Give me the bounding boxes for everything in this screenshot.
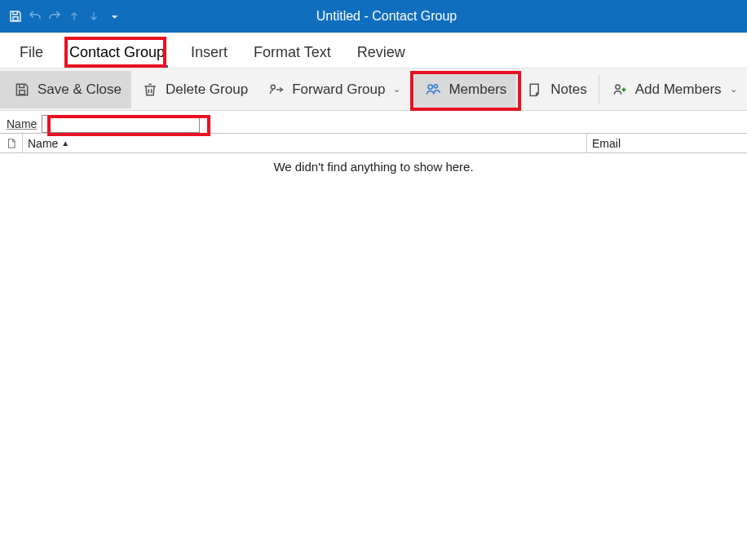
svg-point-2	[271, 85, 275, 89]
name-label: Name	[7, 117, 37, 130]
title-bar: ⏷ Untitled - Contact Group	[0, 0, 747, 33]
button-label: Add Members	[635, 82, 722, 98]
notes-button[interactable]: Notes	[516, 71, 596, 108]
tab-contact-group[interactable]: Contact Group	[58, 36, 176, 68]
svg-point-4	[435, 84, 438, 87]
tab-label: Insert	[191, 44, 228, 60]
header-icon-column[interactable]	[0, 134, 23, 152]
svg-rect-0	[13, 17, 18, 21]
sort-asc-icon: ▲	[61, 139, 69, 148]
add-members-button[interactable]: Add Members ⌄	[601, 71, 747, 108]
add-person-icon	[611, 81, 629, 99]
up-arrow-icon[interactable]	[67, 9, 82, 24]
page-icon	[6, 137, 17, 150]
notes-icon	[526, 81, 544, 99]
forward-icon	[267, 81, 285, 99]
down-arrow-icon[interactable]	[86, 9, 101, 24]
ribbon-separator	[599, 75, 599, 104]
button-label: Notes	[550, 82, 586, 98]
svg-rect-1	[20, 90, 25, 94]
button-label: Forward Group	[292, 82, 385, 98]
people-icon	[424, 81, 442, 99]
button-label: Members	[449, 82, 506, 98]
tab-file[interactable]: File	[8, 36, 55, 68]
ribbon-tabs: File Contact Group Insert Format Text Re…	[0, 33, 747, 68]
redo-icon[interactable]	[47, 9, 62, 24]
svg-point-5	[616, 85, 620, 89]
group-name-input[interactable]	[44, 117, 197, 130]
members-button[interactable]: Members	[414, 71, 516, 108]
forward-group-button[interactable]: Forward Group ⌄	[258, 71, 410, 108]
tab-format-text[interactable]: Format Text	[242, 36, 343, 68]
save-icon	[13, 81, 31, 99]
header-name-column[interactable]: Name ▲	[23, 134, 587, 152]
svg-point-3	[428, 85, 432, 89]
trash-icon	[141, 81, 159, 99]
window-title: Untitled - Contact Group	[124, 9, 649, 24]
delete-group-button[interactable]: Delete Group	[131, 71, 258, 108]
button-label: Save & Close	[38, 82, 122, 98]
header-email-column[interactable]: Email	[587, 134, 747, 152]
tab-insert[interactable]: Insert	[179, 36, 239, 68]
button-label: Delete Group	[166, 82, 248, 98]
ribbon-separator	[412, 75, 413, 104]
undo-icon[interactable]	[28, 9, 42, 24]
chevron-down-icon: ⌄	[728, 84, 737, 95]
tab-label: Format Text	[254, 44, 331, 60]
save-icon[interactable]	[8, 9, 23, 24]
tab-label: Review	[357, 44, 405, 60]
chevron-down-icon: ⌄	[391, 84, 400, 95]
column-label: Email	[592, 137, 621, 150]
ribbon: Save & Close Delete Group Forward Group …	[0, 68, 747, 111]
empty-state-message: We didn't find anything to show here.	[0, 153, 747, 174]
tab-review[interactable]: Review	[346, 36, 417, 68]
tab-label: Contact Group	[69, 44, 165, 60]
save-close-button[interactable]: Save & Close	[0, 71, 131, 108]
group-name-input-wrap[interactable]	[42, 115, 200, 133]
group-name-row: Name	[0, 111, 747, 134]
qat-customize-icon[interactable]: ⏷	[106, 12, 124, 21]
tab-label: File	[20, 44, 43, 60]
members-list-header: Name ▲ Email	[0, 134, 747, 153]
column-label: Name	[28, 137, 58, 150]
